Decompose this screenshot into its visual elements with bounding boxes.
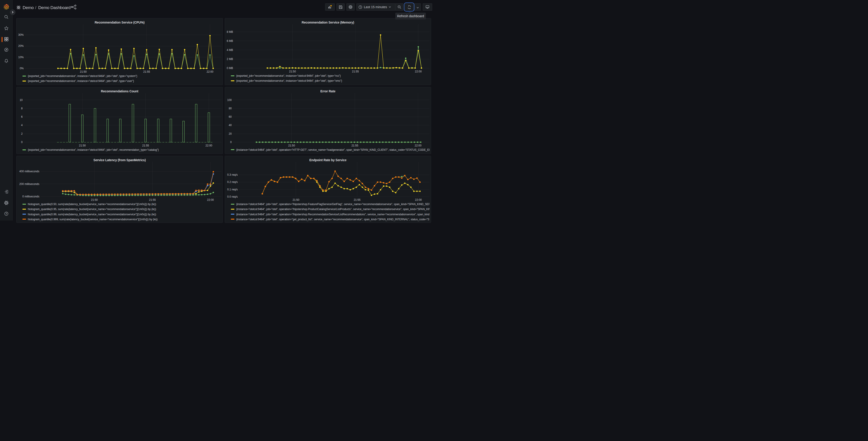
svg-text:10%: 10% bbox=[18, 56, 24, 59]
svg-text:22:00: 22:00 bbox=[415, 70, 422, 73]
svg-text:2 MB: 2 MB bbox=[227, 58, 233, 61]
svg-text:0: 0 bbox=[21, 141, 23, 144]
svg-text:21:55: 21:55 bbox=[143, 70, 150, 74]
svg-text:22:00: 22:00 bbox=[207, 70, 213, 74]
svg-text:0: 0 bbox=[230, 141, 232, 144]
svg-text:0%: 0% bbox=[20, 67, 24, 70]
svg-text:0.3 req/s: 0.3 req/s bbox=[227, 173, 238, 176]
svg-text:22:00: 22:00 bbox=[206, 144, 212, 147]
svg-text:80: 80 bbox=[229, 107, 232, 110]
svg-text:6: 6 bbox=[21, 115, 23, 118]
svg-text:?: ? bbox=[5, 212, 7, 215]
svg-text:21:55: 21:55 bbox=[351, 144, 358, 147]
svg-text:21:55: 21:55 bbox=[149, 198, 156, 202]
svg-text:21:55: 21:55 bbox=[142, 144, 149, 147]
svg-text:8 MB: 8 MB bbox=[227, 30, 233, 33]
svg-text:21:50: 21:50 bbox=[288, 144, 295, 147]
svg-text:21:50: 21:50 bbox=[292, 198, 299, 202]
svg-text:21:55: 21:55 bbox=[352, 70, 359, 73]
svg-text:0.1 req/s: 0.1 req/s bbox=[227, 188, 238, 191]
svg-text:22:00: 22:00 bbox=[207, 198, 214, 202]
svg-text:4: 4 bbox=[21, 124, 23, 127]
svg-text:200 milliseconds: 200 milliseconds bbox=[19, 182, 39, 186]
svg-text:6 MB: 6 MB bbox=[227, 39, 233, 42]
svg-text:4 MB: 4 MB bbox=[227, 49, 233, 52]
svg-text:2: 2 bbox=[21, 132, 23, 136]
svg-text:22:00: 22:00 bbox=[415, 198, 422, 202]
svg-text:21:50: 21:50 bbox=[289, 70, 296, 73]
svg-text:22:00: 22:00 bbox=[415, 144, 422, 147]
svg-text:21:55: 21:55 bbox=[354, 198, 361, 202]
svg-text:0.2 req/s: 0.2 req/s bbox=[227, 180, 238, 184]
svg-text:21:50: 21:50 bbox=[79, 144, 86, 147]
svg-text:8: 8 bbox=[21, 107, 23, 110]
svg-text:400 milliseconds: 400 milliseconds bbox=[19, 170, 39, 173]
svg-text:20%: 20% bbox=[18, 45, 24, 48]
svg-text:21:50: 21:50 bbox=[80, 70, 87, 74]
svg-text:21:50: 21:50 bbox=[91, 198, 98, 202]
svg-text:60: 60 bbox=[229, 115, 232, 118]
svg-text:0 milliseconds: 0 milliseconds bbox=[22, 195, 39, 198]
svg-text:40: 40 bbox=[229, 124, 232, 127]
svg-text:0 MB: 0 MB bbox=[227, 66, 233, 70]
svg-text:30%: 30% bbox=[18, 33, 24, 36]
svg-text:10: 10 bbox=[20, 98, 23, 101]
svg-text:0.0 req/s: 0.0 req/s bbox=[227, 195, 238, 198]
svg-text:20: 20 bbox=[229, 132, 232, 136]
svg-text:100: 100 bbox=[227, 98, 232, 101]
